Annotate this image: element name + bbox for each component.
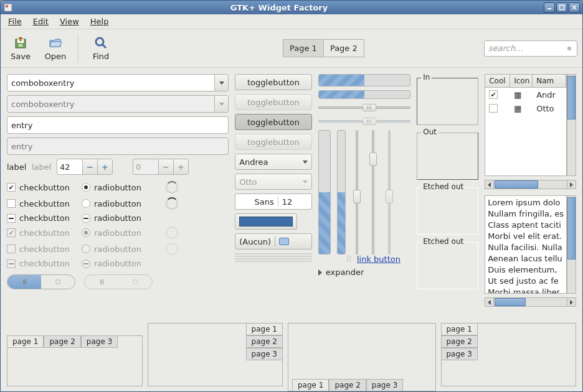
expander[interactable]: expander	[318, 268, 410, 277]
font-name: Sans	[255, 197, 274, 207]
scrollbar-horizontal[interactable]	[485, 297, 576, 307]
text-view[interactable]: Lorem ipsum dolo Nullam fringilla, es Cl…	[485, 195, 567, 294]
spin-button[interactable]: − +	[57, 159, 113, 175]
svg-rect-8	[19, 44, 22, 47]
notebook-tab[interactable]: page 1	[246, 323, 283, 335]
checkbutton-mixed[interactable]: checkbutton	[7, 213, 82, 223]
tree-view[interactable]: Cool Icon Nam ▦ Andr ▦ Otto	[485, 74, 567, 176]
menu-edit[interactable]: Edit	[29, 16, 52, 27]
notebook-tab[interactable]: page 2	[329, 379, 366, 391]
combobox-entry-field[interactable]	[7, 78, 214, 88]
close-button[interactable]	[569, 2, 580, 12]
tree-header[interactable]: Cool Icon Nam	[485, 75, 566, 88]
link-button[interactable]: link button	[357, 254, 401, 264]
vprogress-2	[337, 130, 346, 254]
spin-minus-button[interactable]: −	[82, 159, 97, 174]
notebook-tab[interactable]: page 2	[246, 335, 283, 348]
tab-page-1[interactable]: Page 1	[283, 39, 324, 57]
color-button[interactable]	[235, 213, 297, 230]
open-label: Open	[45, 52, 67, 61]
scrollbar-vertical[interactable]	[567, 195, 576, 294]
image-icon: ▦	[514, 90, 521, 100]
save-button[interactable]: Save	[6, 32, 36, 65]
column-icon[interactable]: Icon	[510, 75, 533, 87]
menu-help[interactable]: Help	[87, 16, 113, 27]
scroll-right-icon[interactable]	[567, 180, 576, 189]
notebook-tab[interactable]: page 1	[7, 335, 44, 348]
radiobutton-disabled: radiobutton	[82, 245, 156, 254]
tool-bar: Save Open Find Page 1 Page 2	[1, 29, 582, 68]
notebook-bottom: page 1 page 2 page 3	[288, 323, 436, 391]
scale-horiz-2[interactable]	[318, 116, 410, 126]
radiobutton-disabled-mixed: radiobutton	[82, 259, 156, 268]
save-label: Save	[11, 52, 31, 61]
checkbutton-disabled-mixed: checkbutton	[7, 259, 82, 268]
main-content: label label − + − + checkbutton radiobut…	[1, 68, 582, 323]
file-chooser-label: (Aucun)	[239, 237, 271, 246]
combo-andrea[interactable]: Andrea	[235, 154, 312, 170]
menu-bar: File Edit View Help	[1, 14, 582, 29]
vscale-3[interactable]	[384, 130, 394, 254]
page-switcher: Page 1 Page 2	[283, 39, 364, 57]
checkbutton-unchecked[interactable]: checkbutton	[7, 199, 82, 208]
open-button[interactable]: Open	[40, 32, 70, 65]
notebook-tab[interactable]: page 1	[441, 323, 478, 335]
notebook-tab[interactable]: page 2	[441, 335, 478, 348]
scrollbar-horizontal[interactable]	[485, 180, 576, 189]
table-row[interactable]: ▦ Otto	[485, 101, 566, 115]
frame-etched-out-2: Etched out	[417, 242, 478, 289]
togglebutton-active[interactable]: togglebutton	[235, 114, 312, 130]
scrollbar-vertical[interactable]	[567, 74, 576, 176]
table-row[interactable]: ▦ Andr	[485, 88, 566, 101]
font-size: 12	[282, 197, 293, 207]
font-button[interactable]: Sans 12	[235, 194, 312, 210]
notebook-tab[interactable]: page 3	[246, 348, 283, 360]
minimize-button[interactable]	[544, 2, 555, 12]
radiobutton-off[interactable]: radiobutton	[82, 199, 156, 208]
chevron-down-icon	[303, 180, 308, 184]
entry-input[interactable]	[7, 116, 229, 134]
vscale-2[interactable]	[368, 130, 378, 254]
radiobutton-on[interactable]: radiobutton	[82, 183, 156, 192]
switch-on[interactable]	[7, 274, 75, 289]
notebook-tab[interactable]: page 1	[292, 379, 329, 391]
menu-view[interactable]: View	[56, 16, 83, 27]
combobox-entry[interactable]	[7, 74, 229, 91]
search-input[interactable]	[484, 40, 577, 57]
row-check-icon[interactable]	[489, 90, 498, 99]
spin-input[interactable]	[57, 162, 82, 172]
scale-horiz-1[interactable]	[318, 103, 410, 113]
frame-etched-out: Etched out	[417, 187, 478, 235]
togglebutton[interactable]: togglebutton	[235, 74, 312, 90]
scroll-right-icon[interactable]	[567, 298, 576, 306]
find-icon	[93, 35, 108, 50]
tab-page-2[interactable]: Page 2	[323, 39, 364, 57]
column-cool[interactable]: Cool	[485, 75, 510, 87]
checkbutton-checked[interactable]: checkbutton	[7, 183, 82, 192]
radiobutton-mixed[interactable]: radiobutton	[82, 213, 156, 223]
label: label	[7, 162, 27, 172]
spin-plus-button[interactable]: +	[97, 159, 112, 174]
column-name[interactable]: Nam	[533, 75, 566, 87]
notebook-tab[interactable]: page 3	[366, 379, 403, 391]
title-bar[interactable]: GTK+ Widget Factory	[1, 1, 582, 14]
row-check-icon[interactable]	[489, 104, 498, 113]
menu-file[interactable]: File	[4, 16, 26, 27]
scroll-left-icon[interactable]	[485, 180, 494, 189]
maximize-button[interactable]	[556, 2, 567, 12]
notebook-tab[interactable]: page 3	[441, 348, 478, 360]
file-chooser-button[interactable]: (Aucun)	[235, 233, 312, 250]
chevron-down-icon[interactable]	[214, 75, 228, 91]
spinner-icon	[166, 181, 178, 194]
scroll-left-icon[interactable]	[485, 298, 494, 306]
vscale-1[interactable]	[352, 130, 362, 254]
progressbar-2	[318, 90, 410, 99]
frame-in: In	[417, 78, 478, 125]
notebook-tab[interactable]: page 2	[44, 335, 80, 348]
frame-label: Etched out	[421, 237, 465, 246]
expander-arrow-icon	[318, 269, 322, 276]
spin-input-disabled	[133, 162, 158, 172]
notebook-tab[interactable]: page 3	[81, 335, 118, 348]
find-button[interactable]: Find	[86, 32, 116, 65]
color-swatch	[239, 217, 293, 226]
